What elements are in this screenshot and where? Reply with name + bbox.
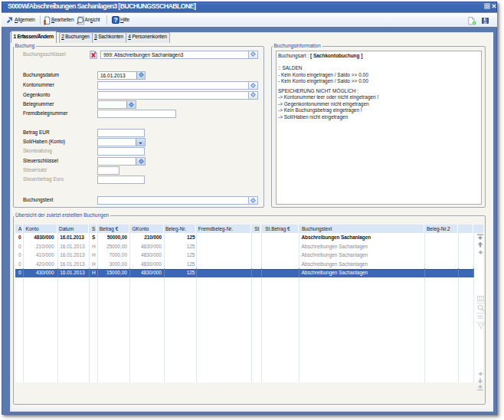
svg-text:?: ?: [113, 16, 117, 24]
